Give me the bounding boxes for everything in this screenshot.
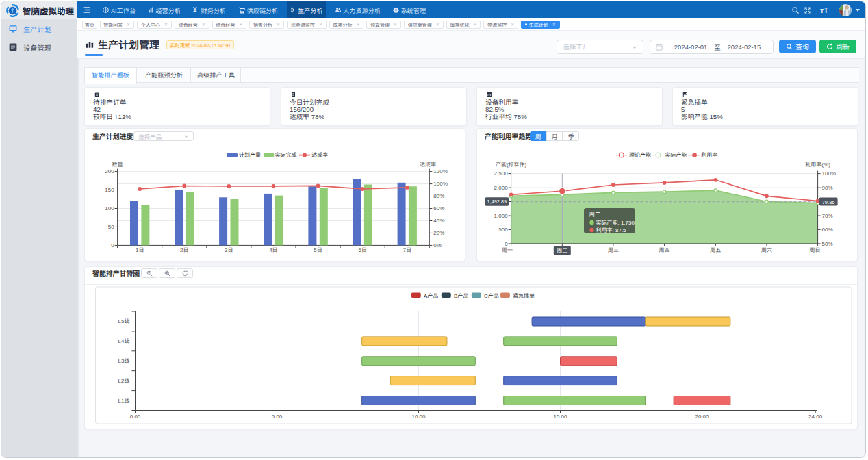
svg-text:70%: 70% bbox=[822, 213, 833, 219]
svg-text:0%: 0% bbox=[433, 242, 442, 248]
svg-text:5日: 5日 bbox=[314, 247, 322, 253]
svg-text:L2线: L2线 bbox=[118, 378, 130, 384]
svg-text:周一: 周一 bbox=[502, 247, 513, 253]
svg-text:50: 50 bbox=[108, 224, 114, 230]
svg-text:利用率: 87.5: 利用率: 87.5 bbox=[596, 227, 627, 233]
svg-text:150: 150 bbox=[105, 187, 114, 193]
svg-text:90%: 90% bbox=[822, 185, 833, 191]
svg-text:4日: 4日 bbox=[269, 247, 277, 253]
svg-text:紧急插单: 紧急插单 bbox=[513, 293, 535, 299]
svg-text:B产品: B产品 bbox=[454, 293, 468, 299]
svg-text:数量: 数量 bbox=[112, 162, 123, 168]
svg-text:6日: 6日 bbox=[358, 247, 366, 253]
svg-text:A产品: A产品 bbox=[424, 293, 438, 299]
svg-text:60%: 60% bbox=[822, 227, 833, 233]
svg-text:C产品: C产品 bbox=[484, 293, 499, 299]
svg-text:L1线: L1线 bbox=[118, 398, 130, 404]
svg-text:达成率: 达成率 bbox=[311, 152, 328, 158]
svg-text:2,000: 2,000 bbox=[494, 185, 509, 191]
svg-text:计划产量: 计划产量 bbox=[239, 152, 261, 158]
svg-text:40%: 40% bbox=[433, 218, 444, 224]
svg-text:L5线: L5线 bbox=[118, 318, 130, 324]
svg-text:周六: 周六 bbox=[761, 247, 772, 253]
svg-text:2,500: 2,500 bbox=[494, 170, 509, 177]
svg-text:周五: 周五 bbox=[710, 247, 721, 253]
svg-text:达成率: 达成率 bbox=[420, 162, 436, 168]
svg-text:周日: 周日 bbox=[810, 247, 821, 253]
svg-text:100%: 100% bbox=[433, 181, 447, 187]
svg-text:L4线: L4线 bbox=[118, 338, 130, 344]
svg-text:60%: 60% bbox=[433, 205, 444, 212]
svg-text:50%: 50% bbox=[822, 241, 833, 247]
svg-text:周三: 周三 bbox=[608, 247, 619, 253]
svg-text:1,492.89: 1,492.89 bbox=[487, 199, 507, 205]
svg-text:1日: 1日 bbox=[136, 247, 144, 253]
svg-text:周四: 周四 bbox=[659, 247, 670, 253]
svg-text:3日: 3日 bbox=[225, 247, 233, 253]
svg-text:100%: 100% bbox=[822, 170, 836, 177]
svg-text:理论产能: 理论产能 bbox=[629, 152, 651, 158]
svg-text:周二: 周二 bbox=[557, 248, 567, 254]
svg-text:2日: 2日 bbox=[180, 247, 188, 253]
svg-text:79.86: 79.86 bbox=[822, 199, 835, 205]
svg-text:7日: 7日 bbox=[403, 247, 411, 253]
svg-text:100: 100 bbox=[105, 205, 114, 212]
svg-text:实际产能: 实际产能 bbox=[665, 152, 687, 158]
svg-text:利用率(%): 利用率(%) bbox=[805, 162, 830, 168]
svg-text:80%: 80% bbox=[433, 193, 444, 199]
svg-text:L3线: L3线 bbox=[118, 358, 130, 364]
svg-text:0: 0 bbox=[111, 242, 114, 248]
svg-text:利用率: 利用率 bbox=[701, 152, 717, 158]
svg-text:20:00: 20:00 bbox=[695, 413, 709, 420]
svg-text:0: 0 bbox=[505, 241, 508, 247]
svg-text:120%: 120% bbox=[433, 168, 447, 175]
svg-text:周二: 周二 bbox=[589, 211, 602, 218]
svg-text:0:00: 0:00 bbox=[130, 413, 141, 420]
svg-text:1,000: 1,000 bbox=[494, 213, 509, 219]
svg-text:产能(标准件): 产能(标准件) bbox=[496, 162, 527, 168]
svg-text:实际产能: 1,750: 实际产能: 1,750 bbox=[596, 220, 635, 226]
svg-text:实际完成: 实际完成 bbox=[275, 152, 296, 158]
svg-text:15:00: 15:00 bbox=[553, 413, 567, 420]
svg-text:500: 500 bbox=[498, 227, 508, 233]
svg-text:10:00: 10:00 bbox=[411, 413, 426, 420]
svg-text:200: 200 bbox=[105, 168, 114, 175]
svg-text:20%: 20% bbox=[433, 230, 444, 236]
svg-text:24:00: 24:00 bbox=[808, 413, 823, 420]
svg-text:5:00: 5:00 bbox=[272, 413, 283, 420]
